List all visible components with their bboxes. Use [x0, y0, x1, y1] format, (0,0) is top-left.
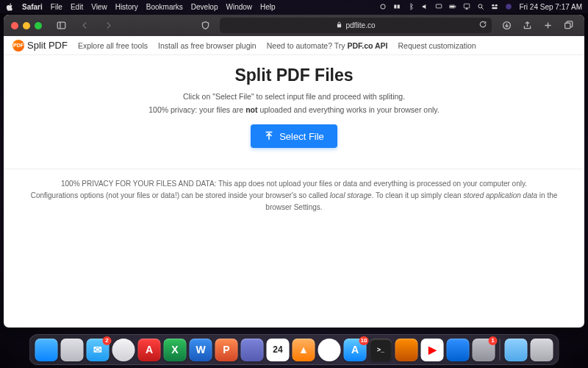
status-icon[interactable] — [379, 3, 387, 10]
share-icon[interactable] — [518, 18, 536, 34]
dock-app1[interactable]: 1 — [473, 339, 495, 361]
svg-rect-11 — [495, 4, 498, 7]
nav-automate[interactable]: Need to automate? Try PDF.co API — [267, 41, 388, 50]
dock-powerpoint[interactable]: P — [215, 339, 238, 361]
dock-excel[interactable]: X — [164, 339, 187, 361]
svg-point-13 — [506, 4, 512, 10]
dock-finder[interactable] — [35, 339, 58, 361]
apple-menu[interactable] — [6, 3, 14, 11]
bluetooth-icon[interactable] — [407, 3, 415, 10]
page-content: Split PDF Files Click on "Select File" t… — [4, 55, 584, 328]
menu-history[interactable]: History — [115, 3, 138, 11]
svg-rect-16 — [337, 24, 341, 28]
hero-subtitle-2: 100% privacy: your files are not uploade… — [148, 105, 440, 114]
divider — [4, 169, 584, 169]
page-title: Split PDF Files — [234, 66, 353, 85]
svg-rect-3 — [437, 4, 442, 8]
refresh-icon[interactable] — [478, 20, 487, 30]
downloads-icon[interactable] — [498, 18, 515, 34]
minimize-button[interactable] — [23, 22, 30, 29]
svg-point-8 — [478, 4, 482, 8]
dock-trash[interactable] — [531, 339, 553, 361]
volume-icon[interactable] — [421, 3, 429, 10]
site-navbar: PDF Split PDF Explore all free tools Ins… — [4, 36, 584, 55]
battery-icon[interactable] — [449, 3, 456, 10]
dock-box[interactable] — [447, 339, 470, 361]
privacy-shield-icon[interactable] — [196, 18, 214, 34]
svg-rect-12 — [492, 7, 498, 10]
svg-rect-1 — [395, 5, 397, 9]
safari-titlebar: pdflite.co — [4, 15, 584, 36]
svg-rect-10 — [492, 4, 495, 7]
sidebar-toggle-icon[interactable] — [52, 18, 70, 34]
dock-teams[interactable] — [241, 339, 264, 361]
svg-rect-5 — [456, 6, 456, 7]
dock-chrome[interactable] — [318, 339, 341, 361]
privacy-text: 100% PRIVACY FOR YOUR FILES AND DATA: Th… — [4, 178, 584, 213]
svg-rect-20 — [564, 23, 570, 28]
svg-line-9 — [482, 7, 484, 10]
svg-point-0 — [381, 4, 385, 9]
svg-rect-7 — [465, 4, 470, 8]
tabs-overview-icon[interactable] — [559, 18, 577, 34]
macos-dock: ✉2AXWP24▲A10>_▶1 — [29, 334, 559, 365]
dock-launchpad[interactable] — [61, 339, 84, 361]
logo-text: Split PDF — [27, 40, 68, 51]
svg-rect-14 — [57, 22, 65, 29]
close-button[interactable] — [11, 22, 18, 29]
hero-subtitle-1: Click on "Select File" to select input f… — [183, 92, 405, 101]
back-button[interactable] — [76, 18, 93, 34]
logo-badge: PDF — [12, 40, 24, 52]
siri-icon[interactable] — [505, 3, 512, 10]
menubar-clock[interactable]: Fri 24 Sep 7:17 AM — [519, 3, 582, 11]
dock-matlab[interactable] — [395, 339, 418, 361]
menu-help[interactable]: Help — [260, 3, 276, 11]
nav-explore[interactable]: Explore all free tools — [78, 41, 148, 50]
menu-develop[interactable]: Develop — [191, 3, 218, 11]
dock-safari[interactable] — [112, 339, 135, 361]
control-center-icon[interactable] — [491, 3, 498, 10]
forward-button[interactable] — [99, 18, 117, 34]
svg-rect-21 — [266, 131, 273, 132]
dock-calendar[interactable]: 24 — [267, 339, 290, 361]
dock-folder[interactable] — [505, 339, 528, 361]
dock-mail[interactable]: ✉2 — [87, 339, 110, 361]
svg-rect-2 — [398, 5, 400, 9]
dock-acrobat[interactable]: A — [138, 339, 161, 361]
spotlight-icon[interactable] — [477, 3, 484, 10]
dock-vlc[interactable]: ▲ — [293, 339, 315, 361]
airplay-icon[interactable] — [463, 3, 470, 10]
dock-appstore[interactable]: A10 — [344, 339, 367, 361]
address-bar-url: pdflite.co — [345, 21, 375, 29]
upload-icon — [264, 130, 274, 143]
menu-edit[interactable]: Edit — [71, 3, 83, 11]
maximize-button[interactable] — [35, 22, 42, 29]
lock-icon — [336, 21, 345, 29]
menu-view[interactable]: View — [91, 3, 107, 11]
site-logo[interactable]: PDF Split PDF — [12, 40, 68, 52]
address-bar[interactable]: pdflite.co — [220, 18, 492, 33]
dock-word[interactable]: W — [190, 339, 212, 361]
menu-window[interactable]: Window — [226, 3, 253, 11]
svg-rect-6 — [451, 6, 455, 8]
select-file-label: Select File — [279, 131, 324, 142]
menu-file[interactable]: File — [51, 3, 62, 11]
menu-bookmarks[interactable]: Bookmarks — [146, 3, 183, 11]
nav-request[interactable]: Request customization — [398, 41, 476, 50]
macos-menubar: Safari File Edit View History Bookmarks … — [0, 0, 588, 13]
safari-window: pdflite.co PDF Split PDF Explore all fre… — [4, 15, 584, 328]
window-controls — [11, 22, 42, 29]
new-tab-icon[interactable] — [539, 18, 556, 34]
nav-install[interactable]: Install as free browser plugin — [158, 41, 257, 50]
dock-terminal[interactable]: >_ — [370, 339, 392, 361]
select-file-button[interactable]: Select File — [251, 124, 337, 148]
status-icon[interactable] — [393, 3, 401, 10]
dock-youtube[interactable]: ▶ — [421, 339, 444, 361]
menubar-app-name[interactable]: Safari — [22, 3, 43, 11]
display-icon[interactable] — [435, 3, 442, 10]
